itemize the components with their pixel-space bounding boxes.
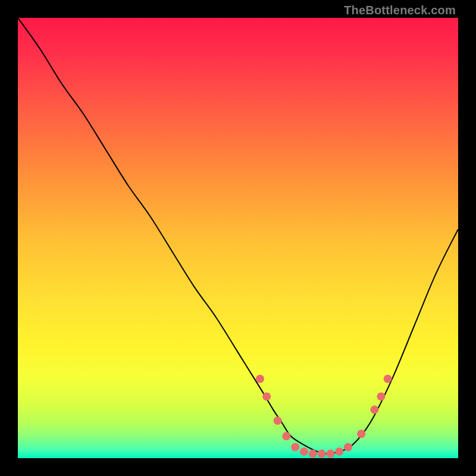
bottleneck-curve (18, 18, 458, 454)
data-point (291, 443, 299, 452)
data-point (262, 392, 271, 400)
data-point (335, 447, 343, 456)
data-point (370, 406, 378, 414)
watermark-text: TheBottleneck.com (344, 4, 456, 17)
data-point (282, 432, 290, 440)
data-point (357, 430, 365, 438)
data-point (344, 443, 352, 452)
data-point (377, 392, 386, 400)
data-point (326, 450, 334, 458)
data-point (256, 375, 264, 383)
chart-frame: TheBottleneck.com (0, 0, 476, 476)
chart-svg-layer (18, 18, 458, 458)
data-point (384, 375, 392, 383)
data-point (300, 447, 308, 456)
data-points-group (256, 375, 392, 458)
data-point (274, 416, 282, 425)
curve-group (18, 18, 458, 454)
data-point (318, 450, 326, 458)
data-point (309, 450, 317, 458)
